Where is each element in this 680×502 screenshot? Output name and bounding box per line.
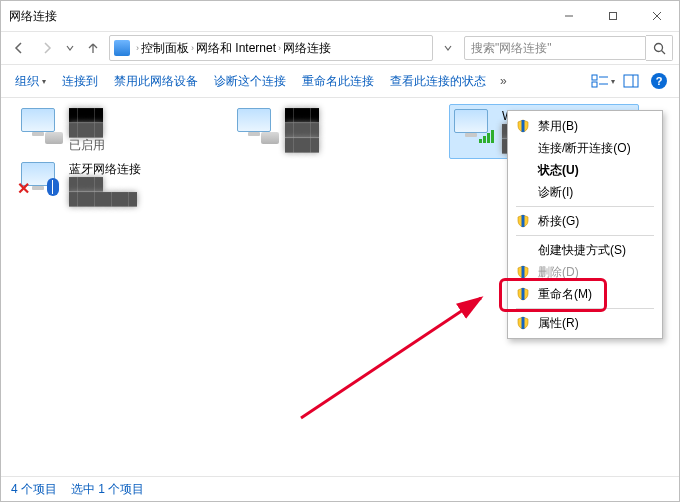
search-input[interactable]: 搜索"网络连接" xyxy=(464,36,646,60)
context-menu: 禁用(B) 连接/断开连接(O) 状态(U) 诊断(I) 桥接(G) 创建快捷方… xyxy=(507,110,663,339)
refresh-button[interactable] xyxy=(436,36,460,60)
shield-icon xyxy=(516,214,530,228)
window-title: 网络连接 xyxy=(9,8,57,25)
annotation-arrow xyxy=(281,268,521,438)
connection-detail: ████ xyxy=(69,123,105,138)
breadcrumb-item[interactable]: 网络连接 xyxy=(283,40,331,57)
connection-status: ████ xyxy=(285,138,319,153)
svg-point-1 xyxy=(654,43,662,51)
wifi-icon xyxy=(454,109,494,143)
ctx-diagnose[interactable]: 诊断(I) xyxy=(510,181,660,203)
search-button[interactable] xyxy=(646,35,673,61)
chevron-down-icon: ▾ xyxy=(42,77,46,86)
svg-line-6 xyxy=(301,298,481,418)
ctx-status[interactable]: 状态(U) xyxy=(510,159,660,181)
breadcrumb-item[interactable]: 网络和 Internet xyxy=(196,40,276,57)
breadcrumb[interactable]: › 控制面板 › 网络和 Internet › 网络连接 xyxy=(109,35,433,61)
shield-icon xyxy=(516,119,530,133)
view-status-button[interactable]: 查看此连接的状态 xyxy=(384,70,492,93)
ethernet-icon xyxy=(237,108,277,142)
control-panel-icon xyxy=(114,40,130,56)
connection-name: 蓝牙网络连接 xyxy=(69,162,141,177)
connection-item[interactable]: ████ ████ ████ xyxy=(233,104,441,157)
svg-rect-3 xyxy=(592,82,597,87)
ctx-rename[interactable]: 重命名(M) xyxy=(510,283,660,305)
view-options-button[interactable]: ▾ xyxy=(591,69,615,93)
status-item-count: 4 个项目 xyxy=(11,481,57,498)
ctx-bridge[interactable]: 桥接(G) xyxy=(510,210,660,232)
menu-separator xyxy=(516,235,654,236)
rename-button[interactable]: 重命名此连接 xyxy=(296,70,380,93)
shield-icon xyxy=(516,287,530,301)
shield-icon xyxy=(516,265,530,279)
toolbar-overflow-button[interactable]: » xyxy=(496,74,511,88)
chevron-right-icon: › xyxy=(278,43,281,53)
svg-rect-4 xyxy=(624,75,638,87)
up-button[interactable] xyxy=(81,36,105,60)
connection-status: ████████ xyxy=(69,192,141,207)
maximize-button[interactable] xyxy=(591,1,635,31)
bluetooth-icon: ✕ xyxy=(21,162,61,196)
help-button[interactable]: ? xyxy=(647,69,671,93)
chevron-right-icon: › xyxy=(191,43,194,53)
svg-rect-0 xyxy=(610,13,617,20)
menu-separator xyxy=(516,308,654,309)
back-button[interactable] xyxy=(7,36,31,60)
disabled-x-icon: ✕ xyxy=(17,179,30,198)
connection-detail: ████ xyxy=(69,177,141,192)
minimize-button[interactable] xyxy=(547,1,591,31)
menu-separator xyxy=(516,206,654,207)
disable-device-button[interactable]: 禁用此网络设备 xyxy=(108,70,204,93)
svg-rect-2 xyxy=(592,75,597,80)
ctx-properties[interactable]: 属性(R) xyxy=(510,312,660,334)
breadcrumb-item[interactable]: 控制面板 xyxy=(141,40,189,57)
ctx-shortcut[interactable]: 创建快捷方式(S) xyxy=(510,239,660,261)
chevron-right-icon: › xyxy=(136,43,139,53)
connection-status: 已启用 xyxy=(69,138,105,153)
ctx-disable[interactable]: 禁用(B) xyxy=(510,115,660,137)
connection-item[interactable]: ✕ 蓝牙网络连接 ████ ████████ xyxy=(17,158,225,211)
connection-item[interactable]: ████ ████ 已启用 xyxy=(17,104,225,157)
ctx-connect[interactable]: 连接/断开连接(O) xyxy=(510,137,660,159)
connection-detail: ████ xyxy=(285,123,319,138)
connection-name: ████ xyxy=(285,108,319,123)
status-selected-count: 选中 1 个项目 xyxy=(71,481,144,498)
diagnose-button[interactable]: 诊断这个连接 xyxy=(208,70,292,93)
ethernet-icon xyxy=(21,108,61,142)
ctx-delete: 删除(D) xyxy=(510,261,660,283)
connection-name: ████ xyxy=(69,108,105,123)
preview-pane-button[interactable] xyxy=(619,69,643,93)
shield-icon xyxy=(516,316,530,330)
organize-button[interactable]: 组织▾ xyxy=(9,70,52,93)
connect-to-button[interactable]: 连接到 xyxy=(56,70,104,93)
recent-locations-button[interactable] xyxy=(63,36,77,60)
forward-button[interactable] xyxy=(35,36,59,60)
close-button[interactable] xyxy=(635,1,679,31)
